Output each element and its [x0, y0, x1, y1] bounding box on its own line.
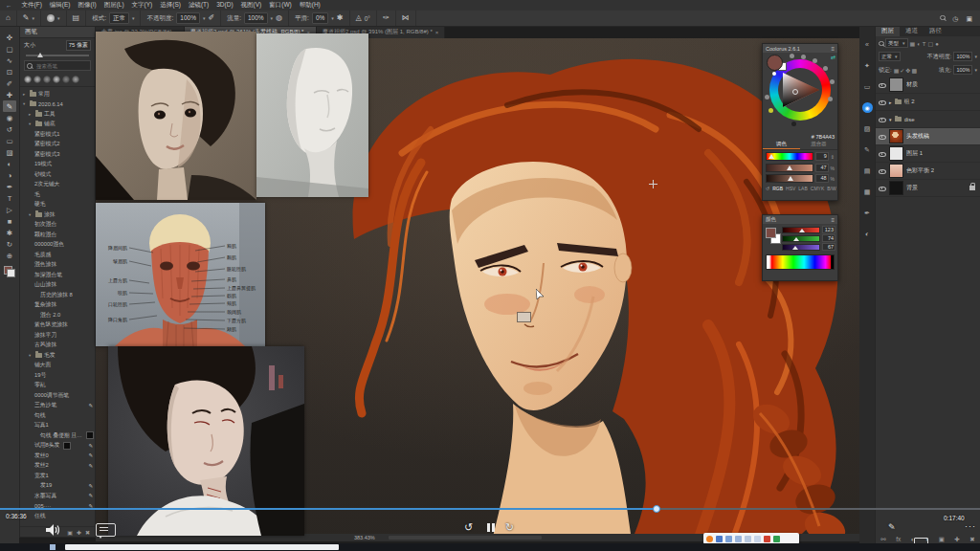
brush-item[interactable]: 零乱: [20, 381, 95, 391]
menu-item-2[interactable]: 图像(I): [74, 1, 100, 10]
tool-preset-picker[interactable]: ✎▾: [17, 11, 41, 26]
red-slider[interactable]: [782, 227, 820, 233]
brush-preset-picker[interactable]: ▾: [41, 11, 67, 26]
brush-item[interactable]: 发丝2✎: [20, 461, 95, 472]
layer-visibility-icon[interactable]: [878, 150, 886, 158]
color-mode-hsv[interactable]: HSV: [786, 186, 795, 191]
symmetry-icon[interactable]: ⋈: [396, 11, 416, 26]
pen-icon[interactable]: ✒: [862, 208, 873, 218]
hue-value[interactable]: 9: [815, 152, 829, 161]
green-slider[interactable]: [782, 235, 820, 242]
danmaku-icon[interactable]: [96, 523, 116, 537]
mosaic-icon[interactable]: [745, 536, 751, 542]
layer-thumbnail[interactable]: [889, 181, 903, 195]
lock-icons[interactable]: ▦✓✥▩: [894, 67, 918, 74]
note-button[interactable]: ✎: [888, 522, 896, 532]
foreground-swatch[interactable]: [767, 55, 783, 71]
brush-item[interactable]: 19号: [20, 370, 95, 381]
layer-filter-type[interactable]: 类型▾: [885, 38, 908, 48]
reset-icon[interactable]: ↺: [766, 186, 769, 191]
layer-visibility-icon[interactable]: [878, 81, 886, 89]
blur-tool-icon[interactable]: ◐: [3, 158, 16, 169]
brush-size-slider[interactable]: [26, 55, 89, 56]
layer-thumbnail[interactable]: [889, 129, 903, 143]
path-select-tool-icon[interactable]: ▷: [3, 204, 16, 215]
arrow-icon[interactable]: [725, 536, 732, 542]
plugin-icon[interactable]: ◉: [862, 102, 873, 113]
marquee-tool-icon[interactable]: ▢: [3, 43, 16, 55]
brush-item[interactable]: 紧密模式3: [20, 149, 95, 160]
layer-row-2[interactable]: ▾dise: [876, 111, 980, 128]
brush-item[interactable]: 勾线 叠便期 且…✎: [20, 430, 95, 441]
swatches-icon[interactable]: ▤: [862, 165, 873, 176]
healing-tool-icon[interactable]: ✚: [3, 89, 16, 100]
blue-slider[interactable]: [782, 244, 820, 251]
brush-item[interactable]: 涂抹平刀: [20, 330, 95, 341]
new-group-icon[interactable]: ▣: [67, 529, 73, 536]
text-tool-icon[interactable]: T: [3, 192, 16, 204]
brush-item[interactable]: 勾线: [20, 410, 95, 421]
flow-value[interactable]: 100%: [244, 12, 268, 24]
rotate-view-tool-icon[interactable]: ↻: [3, 238, 16, 250]
layer-thumbnail[interactable]: [889, 77, 903, 92]
layer-visibility-icon[interactable]: [878, 133, 886, 141]
brush-item[interactable]: 000000混色: [20, 240, 95, 251]
layer-row-3[interactable]: 头发线稿: [876, 128, 980, 145]
move-tool-icon[interactable]: ✜: [3, 32, 16, 43]
brush-item[interactable]: 混色涂抹: [20, 260, 95, 271]
menu-item-1[interactable]: 编辑(E): [46, 1, 75, 10]
layers-tab-1[interactable]: 通道: [900, 26, 924, 36]
hand-tool-icon[interactable]: ✱: [3, 227, 16, 238]
layers-tab-0[interactable]: 图层: [876, 26, 900, 36]
new-layer-icon[interactable]: ✚: [954, 536, 959, 543]
color-mode-lab[interactable]: LAB: [798, 186, 807, 191]
pressure-opacity-icon[interactable]: ✐: [208, 14, 214, 22]
pause-button[interactable]: [487, 523, 495, 532]
layer-search-icon[interactable]: [879, 41, 883, 46]
caret-icon[interactable]: ▸: [23, 92, 28, 97]
library-icon[interactable]: ✦: [862, 60, 873, 71]
brush-item[interactable]: 毛: [20, 189, 95, 200]
group-caret-icon[interactable]: ▾: [889, 117, 892, 122]
color-mode-bw[interactable]: B/W: [827, 186, 835, 191]
back-arrow-icon[interactable]: ←: [0, 2, 18, 9]
menu-item-8[interactable]: 视图(V): [237, 1, 266, 10]
layer-visibility-icon[interactable]: [878, 116, 886, 123]
brush-item[interactable]: 毛质感: [20, 250, 95, 260]
brush-panel-icon[interactable]: ✎: [862, 144, 873, 155]
layer-row-1[interactable]: ▸组 2: [876, 94, 980, 111]
pen-icon[interactable]: [735, 536, 742, 542]
brush-item[interactable]: 任线: [20, 511, 95, 521]
tab-tint[interactable]: 调色: [763, 141, 800, 149]
layer-visibility-icon[interactable]: [878, 99, 886, 106]
color-spectrum-ramp[interactable]: [766, 254, 835, 270]
menu-item-3[interactable]: 图层(L): [100, 1, 128, 10]
brush-item[interactable]: 19模式: [20, 160, 95, 170]
blue-value[interactable]: 67: [822, 243, 835, 251]
layer-visibility-icon[interactable]: [878, 167, 886, 175]
brush-folder[interactable]: ▾毛发: [20, 350, 95, 361]
brush-angle-control[interactable]: ◬0°: [350, 11, 377, 26]
eraser-tool-icon[interactable]: ▭: [3, 135, 16, 146]
link-layers-icon[interactable]: ⚯: [880, 536, 885, 543]
eyedropper-tool-icon[interactable]: ✐: [3, 77, 16, 89]
share-icon[interactable]: ◷: [952, 15, 958, 22]
menu-item-9[interactable]: 窗口(W): [265, 1, 295, 10]
brush-search-input[interactable]: [34, 62, 94, 70]
pen-tool-icon[interactable]: ✒: [3, 181, 16, 192]
group-caret-icon[interactable]: ▸: [889, 99, 892, 105]
gradient-tool-icon[interactable]: ▨: [3, 146, 16, 158]
brush-item[interactable]: 砂模式: [20, 169, 95, 180]
caret-icon[interactable]: ▾: [23, 101, 28, 106]
color-mode-cmyk[interactable]: CMYK: [811, 186, 824, 191]
saturation-triangle[interactable]: [779, 69, 821, 111]
brush-item[interactable]: 0000调节画笔: [20, 390, 95, 401]
menu-item-5[interactable]: 选择(S): [156, 1, 185, 10]
brush-folder[interactable]: ▾涂抹: [20, 209, 95, 220]
dodge-tool-icon[interactable]: ◑: [3, 169, 16, 181]
layer-row-0[interactable]: 材质: [876, 77, 980, 94]
forward-button[interactable]: ↻: [505, 521, 514, 534]
brush-item[interactable]: 2次元铺大: [20, 180, 95, 190]
menu-item-10[interactable]: 帮助(H): [296, 1, 324, 10]
brush-item[interactable]: 混合 2.0: [20, 310, 95, 320]
